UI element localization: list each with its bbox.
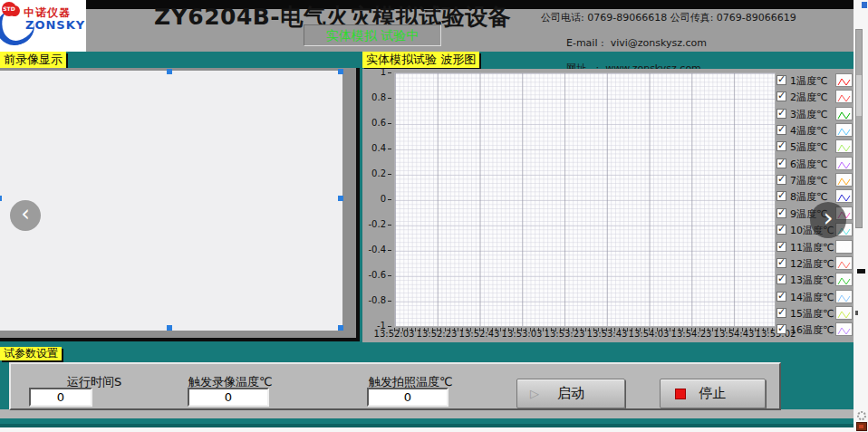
desktop-bottom-edge: [0, 427, 854, 432]
contact-email: E-mail : vivi@zonskysz.com: [566, 37, 707, 49]
legend-row: ✓13温度℃: [775, 272, 854, 288]
channel-checkbox[interactable]: ✓: [776, 75, 786, 85]
selection-handle[interactable]: [338, 325, 343, 331]
legend-label: 7温度℃: [790, 174, 827, 187]
line-style-sample[interactable]: [835, 90, 853, 103]
channel-checkbox[interactable]: ✓: [776, 158, 786, 168]
legend-row: ✓1温度℃: [775, 72, 854, 89]
check-icon: ✓: [777, 157, 786, 168]
selection-handle[interactable]: [167, 69, 172, 74]
legend-row: ✓12温度℃: [775, 255, 854, 272]
stop-button[interactable]: 停止: [660, 379, 766, 408]
y-axis-tick: 0.2: [364, 168, 391, 178]
x-axis-tick: 13:54:03: [626, 329, 671, 339]
video-display-panel: [0, 68, 360, 341]
y-axis-tick: 0.6: [364, 118, 391, 128]
bottom-gray-strip: [0, 409, 854, 418]
legend-row: ✓5温度℃: [775, 139, 854, 155]
channel-checkbox[interactable]: ✓: [776, 109, 786, 119]
runtime-input[interactable]: [29, 388, 92, 407]
scrollbar-thumb[interactable]: [856, 75, 862, 116]
company-logo: STD 中诺仪器 ZONSKY: [0, 0, 86, 52]
previous-camera-button[interactable]: ‹: [10, 200, 41, 231]
x-axis-tick: 13:53:03: [499, 329, 545, 339]
check-icon: ✓: [777, 189, 786, 201]
y-axis-tick: 1: [364, 67, 391, 77]
channel-checkbox[interactable]: ✓: [776, 242, 786, 252]
y-axis-tick: -0.4: [364, 245, 391, 254]
channel-checkbox[interactable]: ✓: [776, 324, 786, 334]
x-axis-tick: 13:53:43: [584, 329, 630, 339]
brand-name-en: ZONSKY: [25, 18, 85, 32]
line-style-sample[interactable]: [835, 306, 853, 320]
line-style-sample[interactable]: [835, 273, 853, 286]
selection-handle[interactable]: [338, 196, 343, 201]
line-style-sample[interactable]: [835, 173, 853, 187]
next-camera-button[interactable]: ›: [810, 202, 846, 238]
line-style-sample[interactable]: [835, 139, 853, 153]
legend-row: ✓15温度℃: [775, 305, 854, 322]
check-icon: ✓: [777, 322, 786, 334]
legend-label: 13温度℃: [790, 274, 834, 287]
waveform-chart-panel: 1 0.8 0.6 0.4 0.2 0 -0.2 -0.4 -0.6 -0.8 …: [362, 69, 854, 342]
x-axis-tick: 13:53:23: [542, 329, 587, 339]
background-window-fragment: [857, 269, 865, 274]
legend-label: 4温度℃: [790, 124, 827, 138]
photo-trigger-temp-input[interactable]: [367, 388, 448, 407]
selection-handle[interactable]: [0, 196, 2, 201]
channel-checkbox[interactable]: ✓: [776, 308, 786, 318]
channel-checkbox[interactable]: ✓: [776, 91, 786, 101]
chevron-right-icon: ›: [823, 203, 833, 233]
stop-button-label: 停止: [661, 385, 765, 402]
app-window: ZY6204B-电气火灾模拟试验设备 实体模拟 试验中 公司电话: 0769-8…: [0, 0, 854, 427]
chart-panel-tag: 实体模拟试验 波形图: [362, 52, 479, 68]
company-contact: 公司电话: 0769-89066618 公司传真: 0769-89066619 …: [541, 12, 796, 75]
legend-label: 11温度℃: [790, 241, 834, 254]
start-button-label: 启动: [517, 385, 624, 402]
channel-checkbox[interactable]: ✓: [776, 225, 786, 235]
legend-row: ✓4温度℃: [775, 122, 854, 139]
channel-checkbox[interactable]: ✓: [776, 191, 786, 201]
line-style-sample[interactable]: [835, 322, 853, 336]
channel-checkbox[interactable]: ✓: [776, 274, 786, 284]
legend-label: 3温度℃: [790, 108, 827, 121]
channel-checkbox[interactable]: ✓: [776, 292, 786, 302]
line-style-sample[interactable]: [835, 73, 853, 87]
channel-checkbox[interactable]: ✓: [776, 125, 786, 135]
x-axis-tick: 13:52:43: [457, 329, 502, 339]
start-button[interactable]: ▷ 启动: [516, 379, 625, 408]
gear-desktop-icon[interactable]: [855, 408, 868, 421]
legend-label: 2温度℃: [790, 91, 827, 104]
line-style-sample[interactable]: [835, 290, 853, 303]
video-display-area[interactable]: [0, 71, 342, 331]
check-icon: ✓: [777, 123, 786, 135]
x-axis-tick: 13:52:23: [414, 329, 459, 339]
selection-handle[interactable]: [167, 325, 172, 331]
line-style-sample[interactable]: [835, 157, 853, 170]
check-icon: ✓: [777, 273, 786, 284]
desktop-icon-partial[interactable]: [862, 2, 867, 8]
line-style-sample[interactable]: [835, 123, 853, 137]
background-window-fragment: [855, 311, 858, 315]
line-style-sample[interactable]: [835, 256, 853, 270]
selection-handle[interactable]: [338, 69, 343, 74]
line-style-sample[interactable]: [835, 240, 853, 254]
legend-row: ✓7温度℃: [775, 172, 854, 188]
legend-label: 16温度℃: [790, 323, 834, 337]
legend-row: ✓2温度℃: [775, 89, 854, 105]
channel-checkbox[interactable]: ✓: [776, 141, 786, 151]
channel-checkbox[interactable]: ✓: [776, 208, 786, 218]
line-style-sample[interactable]: [835, 189, 853, 203]
folder-desktop-icon[interactable]: [856, 422, 867, 431]
background-scrollbar[interactable]: [855, 29, 863, 228]
line-style-sample[interactable]: [835, 107, 853, 120]
check-icon: ✓: [777, 139, 786, 151]
channel-checkbox[interactable]: ✓: [776, 258, 786, 268]
check-icon: ✓: [777, 256, 786, 268]
video-panel-tag: 前录像显示: [0, 52, 66, 68]
record-trigger-temp-input[interactable]: [188, 388, 269, 407]
screen: ZY6204B-电气火灾模拟试验设备 实体模拟 试验中 公司电话: 0769-8…: [0, 0, 868, 432]
y-axis-tick: -0.6: [364, 270, 391, 280]
legend-label: 15温度℃: [790, 307, 834, 321]
channel-checkbox[interactable]: ✓: [776, 175, 786, 185]
